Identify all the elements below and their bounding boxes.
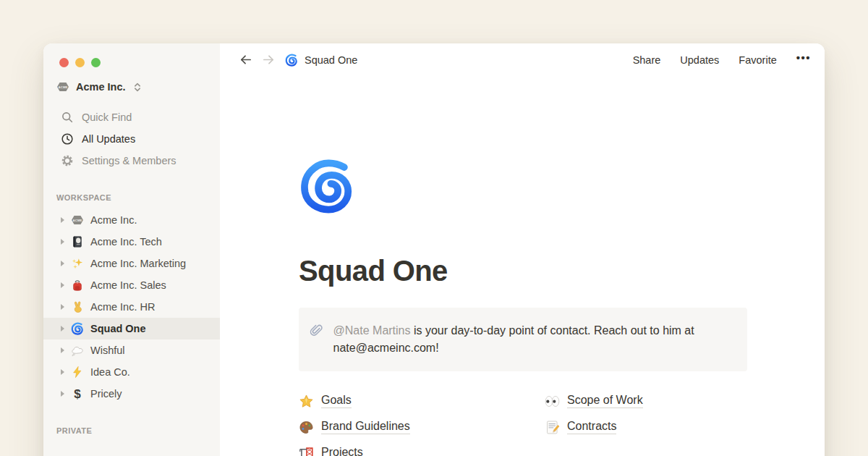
zoom-button[interactable] (91, 58, 101, 67)
nav-arrows (239, 53, 276, 67)
acme-badge-icon: ACME (56, 80, 69, 93)
private-section: PRIVATE (43, 426, 220, 435)
sidebar-item-label: Acme Inc. (90, 214, 137, 226)
sidebar-item-wishful[interactable]: Wishful (43, 339, 220, 361)
workspace-section: WORKSPACE ACME Acme Inc. Acme Inc. Tech … (43, 193, 220, 405)
back-button[interactable] (239, 53, 252, 67)
workspace-section-label: WORKSPACE (43, 193, 220, 202)
share-button[interactable]: Share (633, 54, 661, 66)
sidebar-item-idea-co[interactable]: Idea Co. (43, 361, 220, 383)
mention-link[interactable]: @Nate Martins (333, 324, 411, 337)
chevron-updown-icon (132, 82, 142, 93)
dollar-icon: $ (71, 387, 84, 400)
breadcrumb[interactable]: Squad One (285, 54, 357, 67)
app-window: ACME Acme Inc. Quick Find All Updates Se… (43, 43, 825, 456)
sidebar-item-label: Acme Inc. Tech (90, 236, 162, 248)
expand-toggle-icon[interactable] (61, 261, 64, 266)
page-link-label[interactable]: Contracts (567, 420, 616, 434)
sidebar-menu: Quick Find All Updates Settings & Member… (43, 106, 220, 172)
sidebar-item-pricely[interactable]: $ Pricely (43, 383, 220, 405)
sidebar-item-label: Acme Inc. Marketing (90, 258, 186, 269)
victory-hand-icon (71, 300, 84, 313)
thought-cloud-icon (71, 344, 84, 357)
sidebar-menu-label: Settings & Members (82, 155, 176, 166)
page-link-projects[interactable]: Projects (299, 444, 545, 456)
search-icon (61, 111, 74, 124)
sidebar-item-label: Pricely (90, 388, 122, 400)
workspace-name: Acme Inc. (76, 81, 126, 93)
sidebar-menu-label: Quick Find (82, 111, 132, 123)
expand-toggle-icon[interactable] (61, 239, 64, 245)
sidebar-item-label: Wishful (90, 345, 125, 356)
palette-icon (299, 420, 314, 435)
page-content: Squad One @Nate Martins is your day-to-d… (220, 76, 747, 456)
memo-icon (545, 420, 560, 435)
forward-button[interactable] (262, 53, 276, 67)
expand-toggle-icon[interactable] (61, 282, 64, 288)
svg-text:ACME: ACME (72, 219, 82, 222)
page-link-brand-guidelines[interactable]: Brand Guidelines (299, 418, 545, 436)
sparkles-icon (71, 257, 84, 270)
main-area: Squad One ShareUpdatesFavorite••• Squad … (220, 43, 825, 456)
workspace-list: ACME Acme Inc. Acme Inc. Tech Acme Inc. … (43, 209, 220, 405)
sidebar-item-acme-inc[interactable]: ACME Acme Inc. (43, 209, 220, 231)
workspace-switcher[interactable]: ACME Acme Inc. (43, 76, 220, 98)
favorite-button[interactable]: Favorite (739, 54, 776, 66)
gear-icon (61, 154, 74, 167)
sidebar-menu-item-quick-find[interactable]: Quick Find (43, 106, 220, 128)
sidebar-item-label: Squad One (90, 323, 146, 334)
page-link-label[interactable]: Goals (321, 394, 352, 408)
notebook-icon (71, 235, 84, 248)
more-options-button[interactable]: ••• (796, 51, 811, 68)
svg-text:ACME: ACME (58, 85, 67, 89)
breadcrumb-label: Squad One (305, 54, 357, 66)
arrow-left-icon (239, 53, 252, 67)
page-link-label[interactable]: Scope of Work (567, 394, 643, 408)
eyes-icon (545, 394, 560, 409)
sidebar-item-label: Acme Inc. HR (90, 301, 155, 313)
page-link-scope-of-work[interactable]: Scope of Work (545, 392, 643, 410)
cyclone-icon (285, 54, 298, 67)
sidebar-item-label: Acme Inc. Sales (90, 279, 166, 291)
page-link-label[interactable]: Projects (321, 446, 363, 456)
updates-button[interactable]: Updates (680, 54, 719, 66)
page-links: Goals Brand Guidelines Projects Scope of… (299, 392, 747, 456)
sidebar-item-squad-one[interactable]: Squad One (43, 318, 220, 339)
star-icon (299, 394, 314, 409)
sidebar-item-label: Idea Co. (90, 366, 130, 378)
acme-badge-icon: ACME (71, 214, 84, 227)
sidebar-menu-item-all-updates[interactable]: All Updates (43, 128, 220, 150)
expand-toggle-icon[interactable] (61, 326, 64, 332)
expand-toggle-icon[interactable] (61, 391, 64, 397)
expand-toggle-icon[interactable] (61, 304, 64, 310)
expand-toggle-icon[interactable] (61, 347, 64, 353)
sidebar: ACME Acme Inc. Quick Find All Updates Se… (43, 43, 220, 456)
private-section-label: PRIVATE (43, 426, 220, 435)
close-button[interactable] (59, 58, 69, 67)
traffic-lights (43, 58, 220, 67)
page-icon[interactable] (299, 158, 355, 214)
minimize-button[interactable] (75, 58, 85, 67)
sidebar-menu-label: All Updates (82, 133, 135, 145)
callout: @Nate Martins is your day-to-day point o… (299, 308, 747, 371)
expand-toggle-icon[interactable] (61, 217, 64, 223)
sidebar-item-acme-inc-hr[interactable]: Acme Inc. HR (43, 296, 220, 318)
sidebar-item-acme-inc-marketing[interactable]: Acme Inc. Marketing (43, 253, 220, 274)
cyclone-icon (71, 322, 84, 335)
links-column-left: Goals Brand Guidelines Projects (299, 392, 545, 456)
sidebar-item-acme-inc-tech[interactable]: Acme Inc. Tech (43, 231, 220, 253)
page-link-goals[interactable]: Goals (299, 392, 545, 410)
topbar-actions: ShareUpdatesFavorite••• (633, 51, 811, 68)
arrow-right-icon (262, 53, 276, 67)
backpack-icon (71, 279, 84, 292)
links-column-right: Scope of Work Contracts (545, 392, 643, 456)
sidebar-item-acme-inc-sales[interactable]: Acme Inc. Sales (43, 274, 220, 296)
topbar: Squad One ShareUpdatesFavorite••• (220, 43, 825, 76)
expand-toggle-icon[interactable] (61, 369, 64, 375)
page-link-contracts[interactable]: Contracts (545, 418, 643, 436)
page-link-label[interactable]: Brand Guidelines (321, 420, 410, 434)
lightning-icon (71, 366, 84, 379)
page-title[interactable]: Squad One (299, 253, 747, 288)
sidebar-menu-item-settings-members[interactable]: Settings & Members (43, 150, 220, 172)
paperclip-icon (309, 322, 324, 339)
